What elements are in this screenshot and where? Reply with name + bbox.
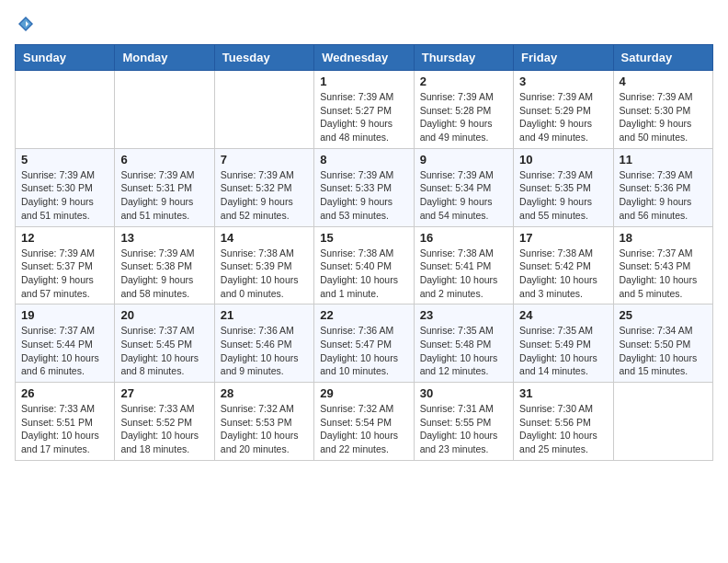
weekday-header-wednesday: Wednesday bbox=[314, 45, 414, 71]
day-number: 26 bbox=[21, 386, 108, 400]
day-info: Sunrise: 7:37 AM Sunset: 5:44 PM Dayligh… bbox=[21, 324, 108, 378]
day-info: Sunrise: 7:32 AM Sunset: 5:54 PM Dayligh… bbox=[320, 402, 407, 456]
day-info: Sunrise: 7:37 AM Sunset: 5:45 PM Dayligh… bbox=[120, 324, 208, 378]
calendar-cell: 12Sunrise: 7:39 AM Sunset: 5:37 PM Dayli… bbox=[16, 226, 115, 304]
day-info: Sunrise: 7:39 AM Sunset: 5:38 PM Dayligh… bbox=[120, 247, 208, 301]
day-info: Sunrise: 7:38 AM Sunset: 5:42 PM Dayligh… bbox=[519, 247, 607, 301]
calendar-cell: 20Sunrise: 7:37 AM Sunset: 5:45 PM Dayli… bbox=[115, 304, 214, 383]
calendar-week-row: 12Sunrise: 7:39 AM Sunset: 5:37 PM Dayli… bbox=[16, 226, 713, 304]
day-info: Sunrise: 7:33 AM Sunset: 5:51 PM Dayligh… bbox=[21, 402, 108, 456]
weekday-header-saturday: Saturday bbox=[613, 45, 712, 71]
day-number: 2 bbox=[420, 75, 507, 88]
calendar-cell: 5Sunrise: 7:39 AM Sunset: 5:30 PM Daylig… bbox=[16, 148, 115, 226]
day-number: 15 bbox=[320, 231, 407, 245]
calendar-cell: 21Sunrise: 7:36 AM Sunset: 5:46 PM Dayli… bbox=[214, 304, 313, 383]
calendar-cell: 4Sunrise: 7:39 AM Sunset: 5:30 PM Daylig… bbox=[613, 71, 712, 149]
day-info: Sunrise: 7:36 AM Sunset: 5:46 PM Dayligh… bbox=[221, 324, 308, 378]
weekday-header-thursday: Thursday bbox=[414, 45, 513, 71]
calendar-cell: 24Sunrise: 7:35 AM Sunset: 5:49 PM Dayli… bbox=[514, 304, 613, 383]
weekday-header-monday: Monday bbox=[115, 45, 214, 71]
calendar-cell: 29Sunrise: 7:32 AM Sunset: 5:54 PM Dayli… bbox=[314, 383, 414, 461]
day-info: Sunrise: 7:39 AM Sunset: 5:35 PM Dayligh… bbox=[519, 168, 607, 223]
day-number: 27 bbox=[120, 386, 208, 400]
day-number: 7 bbox=[221, 153, 308, 167]
day-number: 25 bbox=[620, 308, 707, 322]
calendar-cell: 8Sunrise: 7:39 AM Sunset: 5:33 PM Daylig… bbox=[314, 148, 414, 226]
calendar-cell: 9Sunrise: 7:39 AM Sunset: 5:34 PM Daylig… bbox=[414, 148, 513, 226]
calendar-cell: 7Sunrise: 7:39 AM Sunset: 5:32 PM Daylig… bbox=[214, 148, 313, 226]
day-number: 20 bbox=[120, 308, 208, 322]
calendar-cell bbox=[214, 71, 313, 149]
day-info: Sunrise: 7:38 AM Sunset: 5:40 PM Dayligh… bbox=[320, 247, 407, 301]
day-info: Sunrise: 7:35 AM Sunset: 5:48 PM Dayligh… bbox=[420, 324, 507, 378]
calendar-cell: 19Sunrise: 7:37 AM Sunset: 5:44 PM Dayli… bbox=[16, 304, 115, 383]
day-number: 12 bbox=[21, 231, 108, 245]
day-number: 18 bbox=[620, 231, 707, 245]
calendar-cell: 17Sunrise: 7:38 AM Sunset: 5:42 PM Dayli… bbox=[514, 226, 613, 304]
day-number: 24 bbox=[519, 308, 607, 322]
day-info: Sunrise: 7:37 AM Sunset: 5:43 PM Dayligh… bbox=[620, 247, 707, 301]
weekday-header-friday: Friday bbox=[514, 45, 613, 71]
day-info: Sunrise: 7:32 AM Sunset: 5:53 PM Dayligh… bbox=[221, 402, 308, 456]
weekday-header-tuesday: Tuesday bbox=[214, 45, 313, 71]
calendar-cell: 22Sunrise: 7:36 AM Sunset: 5:47 PM Dayli… bbox=[314, 304, 414, 383]
day-number: 17 bbox=[519, 231, 607, 245]
day-number: 22 bbox=[320, 308, 407, 322]
calendar-cell: 27Sunrise: 7:33 AM Sunset: 5:52 PM Dayli… bbox=[115, 383, 214, 461]
day-info: Sunrise: 7:34 AM Sunset: 5:50 PM Dayligh… bbox=[620, 324, 707, 378]
day-info: Sunrise: 7:39 AM Sunset: 5:36 PM Dayligh… bbox=[620, 168, 707, 223]
day-number: 21 bbox=[221, 308, 308, 322]
day-number: 31 bbox=[519, 386, 607, 400]
calendar-cell: 13Sunrise: 7:39 AM Sunset: 5:38 PM Dayli… bbox=[115, 226, 214, 304]
logo-icon bbox=[17, 15, 35, 33]
day-info: Sunrise: 7:39 AM Sunset: 5:31 PM Dayligh… bbox=[120, 168, 208, 223]
calendar-cell: 1Sunrise: 7:39 AM Sunset: 5:27 PM Daylig… bbox=[314, 71, 414, 149]
calendar-cell: 14Sunrise: 7:38 AM Sunset: 5:39 PM Dayli… bbox=[214, 226, 313, 304]
calendar-cell: 31Sunrise: 7:30 AM Sunset: 5:56 PM Dayli… bbox=[514, 383, 613, 461]
logo bbox=[15, 15, 35, 33]
day-number: 19 bbox=[21, 308, 108, 322]
day-info: Sunrise: 7:39 AM Sunset: 5:34 PM Dayligh… bbox=[420, 168, 507, 223]
day-number: 3 bbox=[519, 75, 607, 88]
day-info: Sunrise: 7:39 AM Sunset: 5:30 PM Dayligh… bbox=[620, 90, 707, 144]
calendar-cell: 10Sunrise: 7:39 AM Sunset: 5:35 PM Dayli… bbox=[514, 148, 613, 226]
day-info: Sunrise: 7:39 AM Sunset: 5:30 PM Dayligh… bbox=[21, 168, 108, 223]
day-number: 1 bbox=[320, 75, 407, 88]
day-number: 8 bbox=[320, 153, 407, 167]
calendar-cell: 25Sunrise: 7:34 AM Sunset: 5:50 PM Dayli… bbox=[613, 304, 712, 383]
day-number: 29 bbox=[320, 386, 407, 400]
calendar-cell: 3Sunrise: 7:39 AM Sunset: 5:29 PM Daylig… bbox=[514, 71, 613, 149]
day-number: 28 bbox=[221, 386, 308, 400]
calendar-cell: 16Sunrise: 7:38 AM Sunset: 5:41 PM Dayli… bbox=[414, 226, 513, 304]
calendar-week-row: 1Sunrise: 7:39 AM Sunset: 5:27 PM Daylig… bbox=[16, 71, 713, 149]
day-number: 4 bbox=[620, 75, 707, 88]
day-number: 16 bbox=[420, 231, 507, 245]
day-info: Sunrise: 7:39 AM Sunset: 5:29 PM Dayligh… bbox=[519, 90, 607, 144]
day-info: Sunrise: 7:31 AM Sunset: 5:55 PM Dayligh… bbox=[420, 402, 507, 456]
calendar-cell: 26Sunrise: 7:33 AM Sunset: 5:51 PM Dayli… bbox=[16, 383, 115, 461]
calendar-week-row: 26Sunrise: 7:33 AM Sunset: 5:51 PM Dayli… bbox=[16, 383, 713, 461]
day-info: Sunrise: 7:39 AM Sunset: 5:33 PM Dayligh… bbox=[320, 168, 407, 223]
day-info: Sunrise: 7:38 AM Sunset: 5:39 PM Dayligh… bbox=[221, 247, 308, 301]
calendar-cell: 23Sunrise: 7:35 AM Sunset: 5:48 PM Dayli… bbox=[414, 304, 513, 383]
day-number: 30 bbox=[420, 386, 507, 400]
page-header bbox=[15, 15, 713, 33]
calendar-cell: 2Sunrise: 7:39 AM Sunset: 5:28 PM Daylig… bbox=[414, 71, 513, 149]
day-number: 13 bbox=[120, 231, 208, 245]
day-number: 9 bbox=[420, 153, 507, 167]
calendar-cell: 15Sunrise: 7:38 AM Sunset: 5:40 PM Dayli… bbox=[314, 226, 414, 304]
day-info: Sunrise: 7:39 AM Sunset: 5:37 PM Dayligh… bbox=[21, 247, 108, 301]
day-number: 14 bbox=[221, 231, 308, 245]
calendar-cell: 18Sunrise: 7:37 AM Sunset: 5:43 PM Dayli… bbox=[613, 226, 712, 304]
calendar-cell bbox=[16, 71, 115, 149]
day-number: 23 bbox=[420, 308, 507, 322]
calendar-table: SundayMondayTuesdayWednesdayThursdayFrid… bbox=[15, 44, 713, 461]
calendar-cell: 30Sunrise: 7:31 AM Sunset: 5:55 PM Dayli… bbox=[414, 383, 513, 461]
day-number: 6 bbox=[120, 153, 208, 167]
day-info: Sunrise: 7:36 AM Sunset: 5:47 PM Dayligh… bbox=[320, 324, 407, 378]
day-info: Sunrise: 7:35 AM Sunset: 5:49 PM Dayligh… bbox=[519, 324, 607, 378]
calendar-cell: 28Sunrise: 7:32 AM Sunset: 5:53 PM Dayli… bbox=[214, 383, 313, 461]
calendar-cell: 6Sunrise: 7:39 AM Sunset: 5:31 PM Daylig… bbox=[115, 148, 214, 226]
day-number: 10 bbox=[519, 153, 607, 167]
day-info: Sunrise: 7:30 AM Sunset: 5:56 PM Dayligh… bbox=[519, 402, 607, 456]
